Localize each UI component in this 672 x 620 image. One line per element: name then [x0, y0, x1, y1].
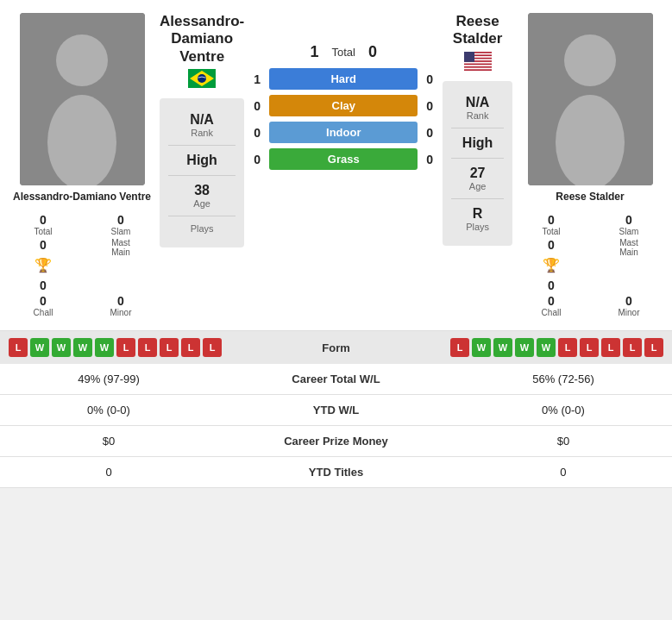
- surface-row: 0 Indoor 0: [248, 122, 438, 143]
- surface-badge-indoor: Indoor: [269, 122, 418, 143]
- left-slam-label: Slam: [111, 227, 131, 236]
- main-container: Alessandro-Damiano Ventre 0 Total 0 Slam…: [0, 0, 672, 488]
- form-badge-l: L: [203, 338, 222, 357]
- surface-right-score: 0: [421, 126, 438, 140]
- left-rank-item: N/A Rank: [168, 105, 236, 146]
- right-middle-section: ReeseStalder N/A Rank: [438, 13, 517, 317]
- form-badge-w: W: [493, 338, 512, 357]
- svg-point-16: [556, 95, 625, 185]
- right-level-value: High: [451, 135, 504, 151]
- form-badge-l: L: [558, 338, 577, 357]
- right-minor-label: Minor: [618, 308, 639, 317]
- stat-center-label: Career Prize Money: [217, 426, 455, 457]
- right-level-item: High: [451, 128, 504, 159]
- form-section: LWWWWLLLLL Form LWWWWLLLLL: [0, 330, 672, 364]
- total-right-score: 0: [368, 43, 377, 61]
- brazil-flag-icon: [188, 69, 216, 88]
- right-form-badges: LWWWWLLLLL: [450, 338, 663, 357]
- surface-badge-grass: Grass: [269, 148, 418, 170]
- form-badge-l: L: [138, 338, 157, 357]
- stats-row: 0% (0-0) YTD W/L 0% (0-0): [0, 395, 672, 426]
- stats-row: 49% (97-99) Career Total W/L 56% (72-56): [0, 364, 672, 395]
- surface-left-score: 1: [248, 72, 266, 86]
- left-player-name-center: Alessandro-Damiano Ventre: [160, 13, 244, 66]
- form-badge-l: L: [181, 338, 200, 357]
- stat-right-val: 0: [455, 457, 672, 488]
- right-mast-label: Mast: [619, 238, 638, 247]
- left-mast-value: 0: [40, 238, 47, 252]
- right-main-value: 0: [548, 279, 555, 292]
- form-badge-l: L: [9, 338, 28, 357]
- left-player-name: Alessandro-Damiano Ventre: [13, 191, 151, 203]
- right-total-stat: 0 Total: [517, 213, 586, 236]
- surface-right-score: 0: [421, 153, 438, 166]
- surface-left-score: 0: [248, 153, 266, 166]
- right-age-value: 27: [451, 166, 504, 181]
- right-total-label: Total: [542, 227, 560, 236]
- center-column: 1 Total 0 1 Hard 0 0 Clay 0 0 Indoor 0 0…: [248, 13, 438, 317]
- top-section: Alessandro-Damiano Ventre 0 Total 0 Slam…: [0, 0, 672, 330]
- surface-row: 0 Clay 0: [248, 95, 438, 116]
- stat-center-label: YTD Titles: [217, 457, 455, 488]
- left-age-item: 38 Age: [168, 176, 236, 216]
- form-badge-l: L: [160, 338, 179, 357]
- form-badge-l: L: [623, 338, 642, 357]
- left-rank-value: N/A: [168, 112, 236, 128]
- left-chall-label: Chall: [34, 308, 53, 317]
- right-rank-value: N/A: [451, 95, 504, 110]
- form-badge-w: W: [73, 338, 92, 357]
- left-chall-value: 0: [40, 294, 47, 308]
- right-stats-grid: 0 Total 0 Slam 0 🏆 0 Mast Main 0: [517, 213, 663, 317]
- stats-row: 0 YTD Titles 0: [0, 457, 672, 488]
- svg-rect-11: [464, 65, 492, 66]
- right-player-name-top: ReeseStalder: [443, 13, 512, 48]
- surface-rows: 1 Hard 0 0 Clay 0 0 Indoor 0 0 Grass 0: [248, 68, 438, 170]
- left-chall-stat: 0 Chall: [9, 294, 78, 317]
- left-silhouette-icon: [20, 13, 145, 185]
- total-row: 1 Total 0: [248, 43, 438, 61]
- total-left-score: 1: [311, 43, 319, 61]
- surface-left-score: 0: [248, 99, 266, 113]
- right-main-label: Main: [619, 247, 638, 257]
- left-mast-label-cell: Mast Main: [86, 238, 155, 292]
- right-silhouette-icon: [528, 13, 653, 185]
- right-player-avatar: [528, 13, 653, 185]
- stat-left-val: 49% (97-99): [0, 364, 217, 395]
- stat-center-label: Career Total W/L: [217, 364, 455, 395]
- left-slam-stat: 0 Slam: [86, 213, 155, 236]
- left-main-label: Main: [111, 247, 130, 257]
- left-total-label: Total: [34, 227, 52, 236]
- stat-left-val: $0: [0, 426, 217, 457]
- right-plays-value: R: [451, 206, 504, 222]
- form-badge-w: W: [537, 338, 556, 357]
- right-player-card: Reese Stalder 0 Total 0 Slam 0 🏆 0 Mast: [517, 13, 663, 317]
- left-minor-stat: 0 Minor: [86, 294, 155, 317]
- stat-center-label: YTD W/L: [217, 395, 455, 426]
- svg-point-5: [198, 74, 206, 83]
- right-stats-box: N/A Rank High 27 Age R Plays: [443, 81, 512, 246]
- surface-left-score: 0: [248, 126, 266, 140]
- right-flag-row: [443, 52, 512, 71]
- svg-rect-13: [464, 52, 474, 62]
- left-age-label: Age: [168, 198, 236, 209]
- form-badge-w: W: [30, 338, 49, 357]
- stats-table: 49% (97-99) Career Total W/L 56% (72-56)…: [0, 364, 672, 488]
- form-badge-l: L: [116, 338, 135, 357]
- right-minor-value: 0: [625, 294, 632, 308]
- left-flag-row: [160, 69, 244, 88]
- total-label: Total: [332, 46, 355, 59]
- right-total-value: 0: [548, 213, 555, 227]
- right-plays-label: Plays: [451, 222, 504, 232]
- right-mast-stat: 0 🏆 0: [517, 238, 586, 292]
- left-age-value: 38: [168, 183, 236, 198]
- left-mast-label: Mast: [111, 238, 130, 247]
- right-slam-value: 0: [625, 213, 632, 227]
- svg-point-1: [56, 34, 108, 86]
- right-chall-value: 0: [548, 294, 555, 308]
- left-plays-item: Plays: [168, 216, 236, 241]
- left-level-item: High: [168, 146, 236, 176]
- stats-row: $0 Career Prize Money $0: [0, 426, 672, 457]
- right-age-item: 27 Age: [451, 159, 504, 199]
- left-total-stat: 0 Total: [9, 213, 78, 236]
- svg-point-15: [564, 34, 616, 86]
